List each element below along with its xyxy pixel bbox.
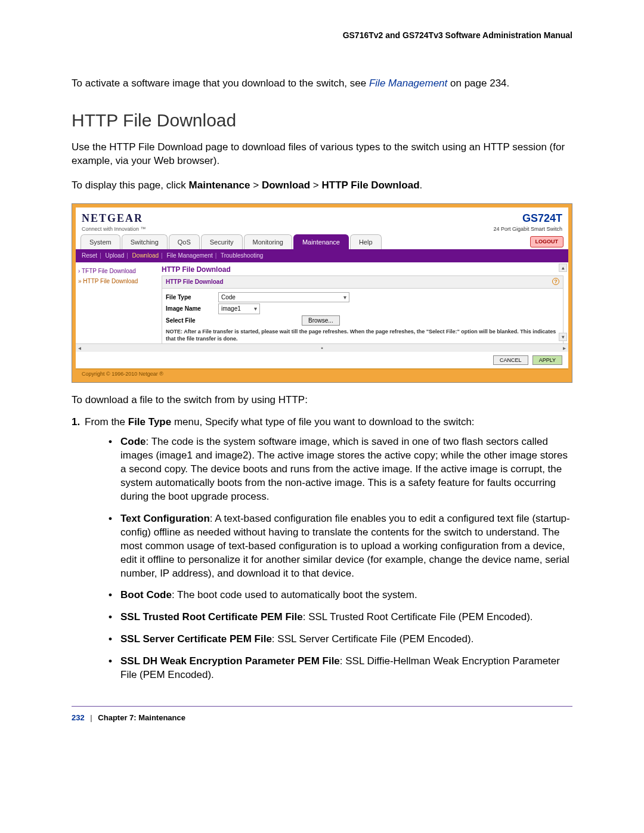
subnav-file-management[interactable]: File Management — [166, 252, 212, 259]
embedded-screenshot: NETGEAR Connect with Innovation ™ GS724T… — [72, 203, 572, 383]
bullet-sslroot-label: SSL Trusted Root Certificate PEM File — [120, 611, 303, 623]
subnav-upload[interactable]: Upload — [106, 252, 125, 259]
file-type-label: File Type — [166, 293, 213, 302]
tab-switching[interactable]: Switching — [122, 234, 168, 250]
bullet-sslroot-text: : SSL Trusted Root Certificate File (PEM… — [303, 611, 533, 623]
subnav-troubleshooting[interactable]: Troubleshooting — [221, 252, 263, 259]
intro-paragraph: To activate a software image that you do… — [72, 77, 572, 91]
step-1-post: menu, Specify what type of file you want… — [171, 416, 474, 428]
scroll-thumb[interactable]: ▪ — [81, 344, 563, 352]
brand-logo: NETGEAR — [82, 211, 146, 225]
model-desc: 24 Port Gigabit Smart Switch — [493, 225, 562, 233]
logout-button[interactable]: LOGOUT — [530, 236, 564, 247]
section-heading: HTTP File Download — [72, 109, 572, 133]
http-download-panel: HTTP File Download ? File Type Code Imag… — [162, 275, 564, 345]
bullet-textcfg-label: Text Configuration — [120, 513, 210, 524]
manual-title: GS716Tv2 and GS724Tv3 Software Administr… — [72, 30, 572, 41]
bullet-text-config: Text Configuration: A text-based configu… — [109, 512, 572, 581]
bullet-boot-code: Boot Code: The boot code used to automat… — [109, 589, 572, 602]
chapter-label: Chapter 7: Maintenance — [98, 713, 185, 722]
tab-system[interactable]: System — [80, 234, 120, 250]
nav-pre: To display this page, click — [72, 179, 189, 191]
file-type-select[interactable]: Code — [218, 292, 349, 303]
copyright-text: Copyright © 1996-2010 Netgear ® — [76, 368, 568, 379]
page-number: 232 — [72, 713, 85, 722]
tab-maintenance[interactable]: Maintenance — [293, 234, 349, 250]
page-footer: 232 | Chapter 7: Maintenance — [72, 706, 572, 723]
main-tabs: System Switching QoS Security Monitoring… — [76, 234, 568, 250]
subnav-download[interactable]: Download — [132, 252, 159, 259]
nav-instruction: To display this page, click Maintenance … — [72, 179, 572, 193]
step-1-bold: File Type — [128, 416, 171, 428]
image-name-select[interactable]: image1 — [218, 304, 260, 314]
model-number: GS724T — [493, 211, 562, 225]
tab-monitoring[interactable]: Monitoring — [244, 234, 292, 250]
tab-qos[interactable]: QoS — [169, 234, 200, 250]
step-1: 1.From the File Type menu, Specify what … — [85, 416, 572, 682]
bullet-ssldh-label: SSL DH Weak Encryption Parameter PEM Fil… — [120, 655, 340, 667]
help-icon[interactable]: ? — [552, 278, 559, 285]
bullet-code-label: Code — [120, 436, 146, 447]
step-1-number: 1. — [72, 416, 85, 429]
tab-help[interactable]: Help — [350, 234, 382, 250]
browse-button[interactable]: Browse... — [302, 315, 340, 326]
step-1-pre: From the — [85, 416, 128, 428]
download-intro: To download a file to the switch from by… — [72, 394, 572, 407]
model-block: GS724T 24 Port Gigabit Smart Switch — [493, 211, 562, 233]
apply-button[interactable]: APPLY — [532, 355, 562, 365]
bullet-ssl-dh: SSL DH Weak Encryption Parameter PEM Fil… — [109, 655, 572, 682]
bullet-sslserver-text: : SSL Server Certificate File (PEM Encod… — [272, 633, 474, 645]
footer-sep: | — [90, 713, 92, 722]
tab-security[interactable]: Security — [201, 234, 243, 250]
bullet-boot-label: Boot Code — [120, 589, 172, 600]
bullet-code: Code: The code is the system software im… — [109, 435, 572, 504]
file-management-link[interactable]: File Management — [369, 78, 447, 89]
intro-text-after: on page 234. — [447, 78, 509, 89]
panel-main-title: HTTP File Download — [162, 265, 564, 274]
panel-heading: HTTP File Download — [166, 278, 223, 286]
bullet-sslserver-label: SSL Server Certificate PEM File — [120, 633, 272, 645]
nav-b1: Maintenance — [189, 179, 250, 191]
logo-block: NETGEAR Connect with Innovation ™ — [82, 211, 146, 233]
nav-b2: Download — [262, 179, 310, 191]
image-name-label: Image Name — [166, 305, 213, 313]
bullet-code-text: : The code is the system software image,… — [120, 436, 568, 502]
bullet-ssl-server: SSL Server Certificate PEM File: SSL Ser… — [109, 633, 572, 646]
intro-text-before: To activate a software image that you do… — [72, 78, 369, 89]
nav-b3: HTTP File Download — [322, 179, 420, 191]
subnav-reset[interactable]: Reset — [82, 252, 97, 259]
select-file-label: Select File — [166, 317, 213, 325]
scroll-down-icon[interactable]: ▾ — [559, 333, 567, 341]
bullet-boot-text: : The boot code used to automatically bo… — [172, 589, 417, 600]
brand-tagline: Connect with Innovation ™ — [82, 225, 146, 233]
description-p1: Use the HTTP File Download page to downl… — [72, 141, 572, 168]
cancel-button[interactable]: CANCEL — [493, 355, 528, 365]
scroll-right-icon[interactable]: ▸ — [563, 344, 566, 352]
nav-post: . — [420, 179, 423, 191]
nav-s2: > — [310, 179, 321, 191]
sub-nav: Reset| Upload| Download| File Management… — [76, 249, 568, 262]
nav-s1: > — [250, 179, 262, 191]
scroll-up-icon[interactable]: ▴ — [559, 264, 567, 272]
transfer-note: NOTE: After a File transfer is started, … — [166, 328, 559, 342]
bullet-ssl-root: SSL Trusted Root Certificate PEM File: S… — [109, 611, 572, 624]
action-bar: CANCEL APPLY — [76, 352, 568, 368]
sidebar-tftp-download[interactable]: › TFTP File Download — [78, 266, 157, 277]
sidebar-http-download[interactable]: » HTTP File Download — [78, 276, 157, 287]
left-sidebar: › TFTP File Download » HTTP File Downloa… — [76, 262, 159, 352]
